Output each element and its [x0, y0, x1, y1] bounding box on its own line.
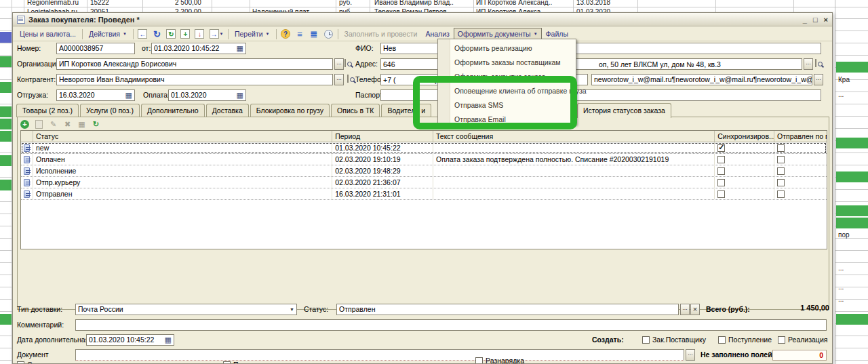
sent-checkbox[interactable] — [777, 156, 785, 163]
fio-label: ФИО: — [355, 43, 374, 54]
add-document-button[interactable]: + — [178, 28, 193, 40]
delivery-type-combo[interactable]: Почта России▼ — [75, 304, 297, 315]
organization-search-button[interactable] — [344, 59, 346, 67]
tab-cargo-lock[interactable]: Блокировка по грузу — [250, 104, 330, 117]
address-search-button[interactable] — [815, 59, 816, 67]
help-button[interactable]: ? — [279, 28, 293, 40]
organization-field[interactable]: ИП Коротков Александр Борисович — [56, 58, 333, 70]
chevron-down-icon: ▼ — [266, 32, 270, 36]
record-icon — [24, 190, 30, 198]
create-receipt-checkbox[interactable]: Поступление — [718, 336, 772, 344]
check-supplier-checkbox[interactable]: Проверить поставщика номенклатуры — [223, 361, 360, 364]
synced-checkbox[interactable] — [717, 144, 725, 152]
calendar-icon[interactable]: ▦ — [124, 90, 132, 100]
tab-delivery[interactable]: Доставка — [206, 104, 249, 117]
synced-checkbox[interactable] — [717, 156, 725, 163]
refresh-rows-button[interactable]: ↻ — [91, 119, 101, 129]
synced-checkbox[interactable] — [717, 179, 725, 186]
table-row[interactable]: Оплачен 02.03.2020 19:10:19 Оплата заказ… — [21, 154, 827, 165]
table-row[interactable]: Отправлен 16.03.2020 21:31:01 — [21, 188, 827, 200]
column-header-message[interactable]: Текст сообщения — [433, 131, 715, 142]
minimize-button[interactable]: _ — [803, 16, 807, 24]
clock-icon — [324, 30, 333, 39]
copy-row-button[interactable] — [34, 119, 44, 129]
extra-date-field[interactable]: 01.03.2020 10:45:22▦ — [86, 334, 174, 346]
tab-status-history[interactable]: История статусов заказа — [577, 103, 671, 118]
record-icon — [24, 179, 30, 186]
calendar-icon[interactable]: ▦ — [163, 335, 172, 345]
sent-checkbox[interactable] — [777, 167, 785, 175]
column-header-icon[interactable] — [21, 131, 33, 142]
table-row[interactable]: Отпр.курьеру 02.03.2020 21:36:07 — [21, 177, 827, 188]
tab-goods[interactable]: Товары (2 поз.) — [16, 104, 79, 117]
actions-button[interactable]: Действия▼ — [85, 28, 131, 40]
post-document-button[interactable]: ↓ — [193, 28, 207, 40]
email-field[interactable]: neworotow_i_w@mail.ru¶neworotow_i_w@mail… — [591, 74, 812, 85]
add-row-button[interactable]: + — [20, 119, 30, 129]
background-left-column — [0, 0, 12, 364]
help-icon: ? — [281, 29, 290, 39]
create-supplier-order-checkbox[interactable]: Зак.Поставщику — [642, 336, 706, 344]
column-header-synced[interactable]: Синхронизиров... — [715, 131, 774, 142]
synced-checkbox[interactable] — [717, 167, 725, 175]
comment-field[interactable] — [75, 319, 827, 331]
copy-button[interactable]: ↻ — [164, 28, 178, 40]
history-button[interactable] — [321, 28, 336, 40]
status-field[interactable]: Отправлен — [336, 304, 679, 315]
shipping-date-field[interactable]: 16.03.2020▦ — [56, 89, 135, 101]
bg-cell: 15222 — [90, 0, 109, 6]
sent-checkbox[interactable] — [777, 190, 785, 198]
sent-checkbox[interactable] — [777, 179, 785, 186]
calendar-icon[interactable]: ▦ — [235, 43, 243, 54]
prices-currency-button[interactable]: Цены и валюта... — [16, 28, 80, 40]
sent-checkbox[interactable] — [777, 144, 785, 152]
chevron-down-icon[interactable]: ▼ — [288, 304, 294, 315]
from-date-field[interactable]: 01.03.2020 10:45:22▦ — [151, 43, 246, 54]
window-titlebar[interactable]: Заказ покупателя: Проведен * _ □ × — [13, 13, 832, 26]
status-clear-button[interactable] — [690, 304, 700, 315]
maximize-button[interactable]: □ — [813, 16, 818, 24]
edit-row-button[interactable]: ✎ — [48, 119, 58, 129]
email-select-button[interactable] — [814, 74, 823, 85]
output-button[interactable]: →▼ — [207, 28, 226, 40]
address-select-button[interactable] — [804, 58, 813, 70]
table-row[interactable]: Исполнение 02.03.2020 19:48:29 — [21, 165, 827, 177]
raznaryadka-checkbox[interactable]: Разнарядка — [475, 357, 524, 364]
contractor-field[interactable]: Неворотов Иван Владимирович — [56, 74, 333, 85]
column-header-status[interactable]: Статус — [33, 131, 332, 142]
reread-button[interactable]: ↻ — [150, 28, 164, 40]
column-header-sent[interactable]: Отправлен по п... — [774, 131, 827, 142]
payment-date-field[interactable]: 01.03.2020▦ — [168, 89, 246, 101]
bg-cell: 13.03.2018 — [576, 0, 610, 6]
document-select-button[interactable] — [686, 349, 695, 361]
contractor-search-button[interactable] — [347, 75, 349, 83]
table-row[interactable]: new 01.03.2020 10:45:22 — [21, 142, 827, 154]
bg-cell: ... — [838, 264, 844, 272]
tab-additional[interactable]: Дополнительно — [141, 104, 205, 117]
contractor-select-button[interactable] — [334, 74, 344, 85]
organization-select-button[interactable] — [334, 58, 344, 70]
document-field[interactable] — [75, 349, 684, 361]
create-realization-checkbox[interactable]: Реализация — [778, 336, 827, 344]
grid-settings-button[interactable]: ▦ — [77, 119, 87, 129]
delete-row-button[interactable]: ✖ — [62, 119, 73, 129]
column-header-period[interactable]: Период — [332, 131, 433, 142]
checklist-button[interactable]: ≣ — [307, 28, 321, 40]
status-history-table: Статус Период Текст сообщения Синхронизи… — [20, 130, 827, 249]
number-field[interactable]: А0000038957 — [56, 43, 135, 54]
status-select-button[interactable] — [680, 304, 690, 315]
synced-checkbox[interactable] — [717, 190, 725, 198]
fill-and-post-button: Заполнить и провести — [340, 28, 422, 40]
structure-button[interactable]: ≡ — [293, 28, 307, 40]
menu-item-realization[interactable]: Оформить реализацию — [454, 41, 532, 55]
goto-button[interactable]: Перейти▼ — [231, 28, 274, 40]
contractor-label: Контрагент: — [17, 74, 56, 85]
status-sent-checkbox[interactable]: Статус отправлен — [17, 361, 86, 364]
menu-item-supplier-orders[interactable]: Оформить заказы поставщикам — [454, 56, 561, 69]
tab-tk-list[interactable]: Опись в ТК — [331, 104, 380, 117]
calendar-icon[interactable]: ▦ — [235, 90, 243, 100]
save-button[interactable]: ← — [136, 28, 150, 40]
tab-services[interactable]: Услуги (0 поз.) — [80, 104, 140, 117]
close-button[interactable]: × — [824, 16, 828, 24]
bg-cell: Regionlenmab.ru — [27, 0, 79, 6]
